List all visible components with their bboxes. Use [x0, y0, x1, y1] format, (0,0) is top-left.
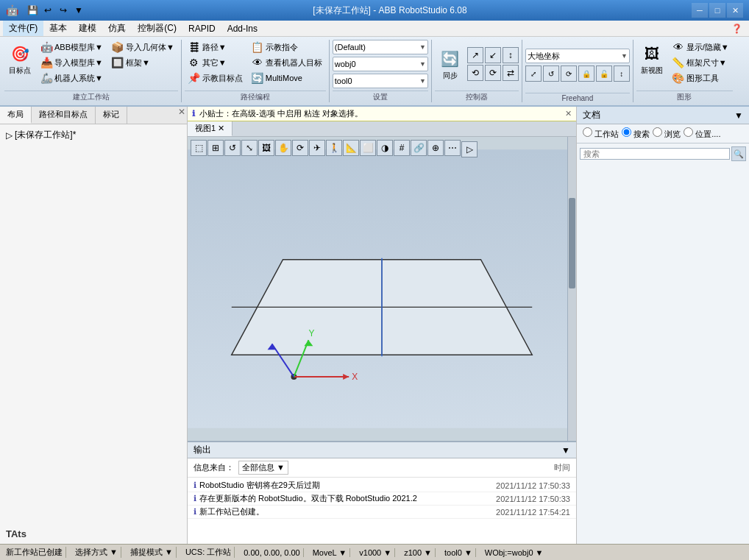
- vp-shading-btn[interactable]: ◑: [377, 140, 393, 156]
- status-snap-mode[interactable]: 捕捉模式 ▼: [127, 547, 177, 558]
- ctrl-btn1[interactable]: ↗: [467, 47, 483, 63]
- tab-view1[interactable]: 视图1 ✕: [188, 121, 232, 136]
- tab-marks[interactable]: 标记: [96, 107, 127, 124]
- tab-layout[interactable]: 布局: [0, 107, 32, 124]
- other-button[interactable]: ⚙ 其它▼: [185, 55, 246, 70]
- robot-system-button[interactable]: 🦾 机器人系统▼: [37, 71, 107, 85]
- vp-grid-btn[interactable]: #: [394, 140, 410, 156]
- show-hide-button[interactable]: 👁 显示/隐藏▼: [669, 40, 733, 54]
- sep5: [633, 40, 633, 102]
- default-dropdown[interactable]: (Default) ▼: [333, 40, 428, 54]
- abb-model-library-button[interactable]: 🤖 ABB模型库▼: [37, 40, 107, 54]
- freehand-btn6[interactable]: ↕: [614, 65, 630, 82]
- radio-browse[interactable]: 浏览: [653, 127, 681, 140]
- radio-workstation[interactable]: 工作站: [583, 127, 619, 140]
- vp-scale-btn[interactable]: ⤡: [241, 140, 258, 156]
- freehand-btn5[interactable]: 🔓: [596, 65, 612, 82]
- status-z100[interactable]: z100 ▼: [401, 548, 436, 557]
- viewport-scrollbar[interactable]: [567, 137, 576, 441]
- radio-position[interactable]: 位置....: [684, 127, 720, 140]
- menu-file[interactable]: 文件(F): [3, 21, 43, 36]
- redo-button[interactable]: ↪: [57, 4, 70, 17]
- menu-model[interactable]: 建模: [73, 21, 102, 36]
- tool0-dropdown[interactable]: tool0 ▼: [333, 74, 428, 88]
- info-close-button[interactable]: ✕: [565, 109, 572, 118]
- output-row-1-icon: ℹ: [194, 494, 196, 503]
- search-input[interactable]: [580, 148, 730, 160]
- sep4: [522, 40, 522, 102]
- status-tool[interactable]: tool0 ▼: [441, 548, 476, 557]
- menu-rapid[interactable]: RAPID: [182, 22, 221, 35]
- status-wobj[interactable]: WObj:=wobj0 ▼: [482, 548, 547, 557]
- import-model-library-button[interactable]: 📥 导入模型库▼: [37, 55, 107, 70]
- vp-measure-btn[interactable]: 📐: [343, 140, 359, 156]
- freehand-btn2[interactable]: ↺: [543, 65, 559, 82]
- frame-size-icon: 📏: [672, 57, 684, 68]
- freehand-btn3[interactable]: ⟳: [561, 65, 577, 82]
- ctrl-btn2[interactable]: ↙: [485, 47, 501, 63]
- qa-more-button[interactable]: ▼: [72, 4, 85, 17]
- multimove-button[interactable]: 🔄 MultiMove: [248, 71, 326, 85]
- vp-walk-btn[interactable]: 🚶: [326, 140, 342, 156]
- ribbon-group-settings: (Default) ▼ wobj0 ▼ tool0 ▼ 设置: [331, 38, 430, 104]
- vp-cursor-btn[interactable]: ⊕: [427, 140, 444, 156]
- frame-size-button[interactable]: 📏 框架尺寸▼: [669, 55, 733, 70]
- ctrl-btn5[interactable]: ⟳: [485, 65, 501, 81]
- path-button[interactable]: 🛤 路径▼: [185, 40, 246, 54]
- left-panel-close[interactable]: ✕: [177, 107, 187, 124]
- view-robot-target-button[interactable]: 👁 查看机器人目标: [248, 55, 326, 70]
- menu-sim[interactable]: 仿真: [102, 21, 132, 36]
- ctrl-btn4[interactable]: ⟲: [467, 65, 483, 81]
- restore-button[interactable]: □: [709, 3, 725, 18]
- status-v1000[interactable]: v1000 ▼: [356, 548, 395, 557]
- search-button[interactable]: 🔍: [731, 146, 746, 161]
- vp-select-btn[interactable]: ⬚: [191, 140, 207, 156]
- freehand-btn1[interactable]: ⤢: [525, 65, 542, 82]
- vp-pan-btn[interactable]: ✋: [275, 140, 291, 156]
- target-point-button[interactable]: 🎯 目标点: [4, 40, 35, 78]
- right-panel-expand-icon[interactable]: ▼: [734, 110, 743, 121]
- menu-addins[interactable]: Add-Ins: [221, 22, 263, 35]
- vp-view-btn[interactable]: ⬜: [360, 140, 376, 156]
- output-row-2-icon: ℹ: [194, 507, 196, 517]
- vp-orbit-btn[interactable]: ⟳: [292, 140, 308, 156]
- tree-item-station[interactable]: ▷ [未保存工作站]*: [3, 127, 184, 143]
- teach-target-button[interactable]: 📌 示教目标点: [185, 71, 246, 85]
- output-expand-icon[interactable]: ▼: [561, 445, 570, 456]
- vp-extra-btn[interactable]: ⋯: [444, 140, 461, 156]
- ctrl-btn6[interactable]: ⇄: [503, 65, 519, 81]
- status-select-mode[interactable]: 选择方式 ▼: [72, 547, 121, 558]
- close-button[interactable]: ✕: [727, 3, 743, 18]
- vp-rotate-btn[interactable]: ↺: [224, 140, 241, 156]
- help-button[interactable]: ❓: [730, 22, 743, 35]
- sync-button[interactable]: 🔄 同步: [435, 45, 466, 83]
- freehand-btn4[interactable]: 🔒: [578, 65, 594, 82]
- vp-fly-btn[interactable]: ✈: [309, 140, 325, 156]
- view1-close-icon[interactable]: ✕: [218, 124, 224, 132]
- ctrl-btn3[interactable]: ↕: [503, 47, 519, 63]
- vp-more-btn[interactable]: ▷: [461, 141, 478, 157]
- status-movel[interactable]: MoveL ▼: [310, 548, 351, 557]
- teach-instruction-button[interactable]: 📋 示教指令: [248, 40, 326, 54]
- minimize-button[interactable]: ─: [692, 3, 708, 18]
- save-button[interactable]: 💾: [26, 4, 39, 17]
- vp-move-btn[interactable]: ⊞: [207, 140, 224, 156]
- vp-zoom-btn[interactable]: 🖼: [258, 140, 274, 156]
- window-title: [未保存工作站] - ABB RobotStudio 6.08: [88, 4, 692, 17]
- graphics-tool-button[interactable]: 🎨 图形工具: [669, 71, 733, 85]
- new-view-button[interactable]: 🖼 新视图: [636, 40, 667, 78]
- svg-text:Y: Y: [308, 328, 314, 339]
- sep1: [181, 40, 182, 102]
- radio-search[interactable]: 搜索: [622, 127, 650, 140]
- menu-controller[interactable]: 控制器(C): [132, 21, 182, 36]
- tab-path-targets[interactable]: 路径和目标点: [32, 107, 96, 124]
- undo-button[interactable]: ↩: [41, 4, 54, 17]
- coord-dropdown[interactable]: 大地坐标 ▼: [525, 49, 630, 63]
- import-geometry-button[interactable]: 📦 导入几何体▼: [108, 40, 178, 54]
- frame-button[interactable]: 🔲 框架▼: [108, 55, 178, 70]
- menu-basic[interactable]: 基本: [43, 21, 73, 36]
- view-robot-icon: 👁: [252, 57, 263, 68]
- vp-snap-btn[interactable]: 🔗: [411, 140, 427, 156]
- wobj0-dropdown[interactable]: wobj0 ▼: [333, 57, 428, 71]
- output-filter-dropdown[interactable]: 全部信息 ▼: [238, 461, 288, 475]
